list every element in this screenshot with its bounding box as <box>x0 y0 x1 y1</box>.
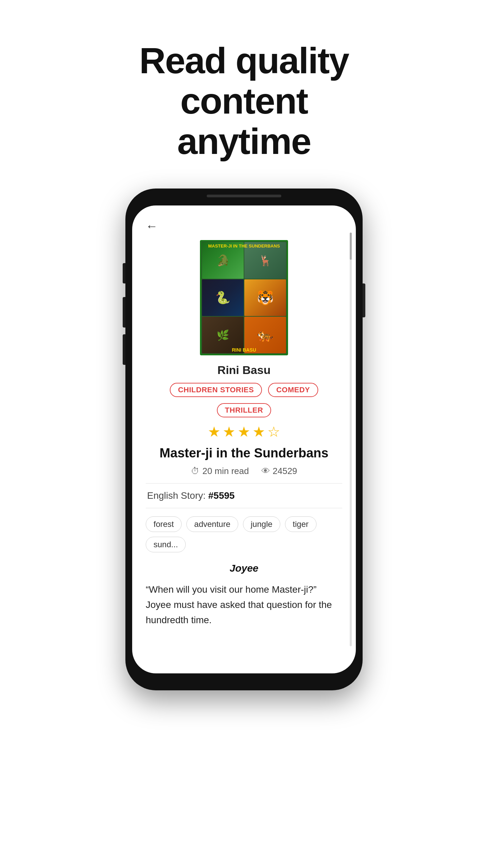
read-time-item: ⏱ 20 min read <box>191 466 249 476</box>
divider-2 <box>146 508 342 508</box>
cover-img-3 <box>202 279 244 316</box>
eye-icon: 👁 <box>261 466 270 476</box>
meta-row: ⏱ 20 min read 👁 24529 <box>191 466 297 476</box>
genre-tag-0[interactable]: CHILDREN STORIES <box>170 383 262 397</box>
phone-mockup: ← MASTER-JI IN THE SUNDERBANS RINI BASU … <box>125 189 363 833</box>
star-1: ★ <box>208 423 221 440</box>
divider-1 <box>146 483 342 484</box>
star-4: ★ <box>252 423 265 440</box>
tag-4[interactable]: sund... <box>146 537 186 552</box>
story-excerpt: “When will you visit our home Master-ji?… <box>146 582 342 628</box>
genre-tag-2[interactable]: THRILLER <box>217 403 271 417</box>
star-3: ★ <box>238 423 250 440</box>
scrollbar-thumb[interactable] <box>350 233 352 260</box>
genre-tags: CHILDREN STORIES COMEDY THRILLER <box>146 383 342 417</box>
star-5: ☆ <box>267 423 280 440</box>
chapter-name: Joyee <box>229 563 258 574</box>
screen-content: ← MASTER-JI IN THE SUNDERBANS RINI BASU … <box>132 205 356 673</box>
tag-1[interactable]: adventure <box>186 516 238 532</box>
phone-shell: ← MASTER-JI IN THE SUNDERBANS RINI BASU … <box>125 189 363 690</box>
tag-0[interactable]: forest <box>146 516 182 532</box>
tag-3[interactable]: tiger <box>285 516 317 532</box>
scrollbar[interactable] <box>350 233 352 646</box>
book-cover: MASTER-JI IN THE SUNDERBANS RINI BASU <box>200 240 288 355</box>
phone-button-mute <box>123 263 125 283</box>
back-row: ← <box>146 219 342 233</box>
cover-title: MASTER-JI IN THE SUNDERBANS <box>201 241 287 250</box>
views-value: 24529 <box>273 466 297 476</box>
story-number: English Story: #5595 <box>146 490 342 501</box>
phone-button-vol-up <box>123 297 125 328</box>
author-name: Rini Basu <box>218 363 271 377</box>
story-number-value: #5595 <box>208 490 235 501</box>
phone-screen: ← MASTER-JI IN THE SUNDERBANS RINI BASU … <box>132 205 356 673</box>
star-2: ★ <box>223 423 236 440</box>
cover-img-4 <box>244 279 286 316</box>
phone-button-vol-down <box>123 334 125 365</box>
page-headline: Read quality content anytime <box>105 41 383 161</box>
back-button[interactable]: ← <box>146 219 158 233</box>
book-title: Master-ji in the Sunderbans <box>160 446 328 461</box>
tag-2[interactable]: jungle <box>243 516 280 532</box>
read-time-value: 20 min read <box>202 466 249 476</box>
clock-icon: ⏱ <box>191 466 200 476</box>
views-item: 👁 24529 <box>261 466 297 476</box>
cover-author: RINI BASU <box>201 346 287 354</box>
tags-row: forest adventure jungle tiger sund... <box>146 516 342 552</box>
genre-tag-1[interactable]: COMEDY <box>268 383 318 397</box>
rating-stars: ★ ★ ★ ★ ☆ <box>208 423 280 440</box>
